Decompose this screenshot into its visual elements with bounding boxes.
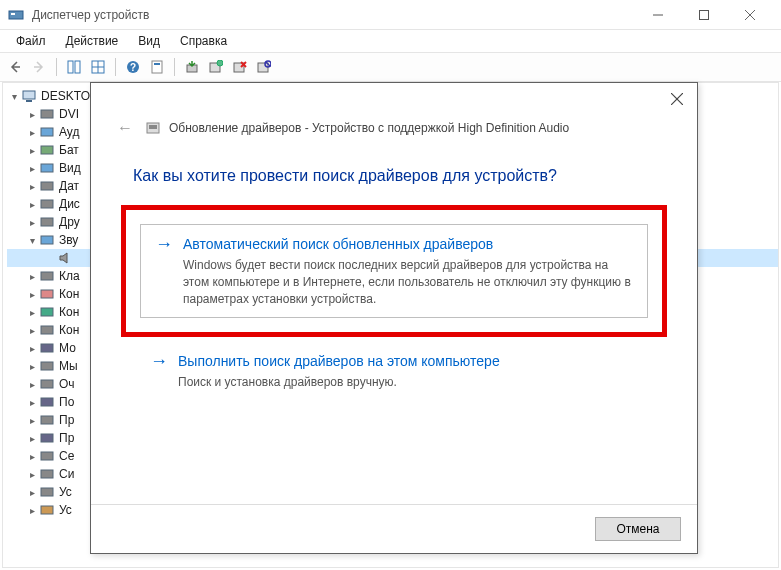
chevron-down-icon[interactable]: ▾	[7, 89, 21, 103]
option-auto-search[interactable]: → Автоматический поиск обновленных драйв…	[121, 205, 667, 337]
svg-rect-51	[149, 125, 157, 129]
chevron-right-icon[interactable]: ▸	[25, 449, 39, 463]
svg-rect-14	[154, 63, 160, 65]
svg-rect-1	[11, 13, 15, 15]
category-icon	[39, 484, 55, 500]
chevron-right-icon[interactable]: ▸	[25, 503, 39, 517]
svg-rect-29	[41, 164, 53, 172]
svg-rect-6	[68, 61, 73, 73]
category-icon	[39, 430, 55, 446]
scan-hardware-button[interactable]	[205, 56, 227, 78]
chevron-right-icon[interactable]: ▸	[25, 269, 39, 283]
category-icon	[39, 358, 55, 374]
svg-rect-30	[41, 182, 53, 190]
tree-item-label: Пр	[59, 413, 74, 427]
menu-view[interactable]: Вид	[128, 32, 170, 50]
chevron-right-icon[interactable]: ▸	[25, 377, 39, 391]
chevron-right-icon[interactable]: ▸	[25, 413, 39, 427]
minimize-button[interactable]	[635, 0, 681, 30]
device-icon	[145, 120, 161, 136]
disable-device-button[interactable]	[253, 56, 275, 78]
tree-item-label: Ус	[59, 485, 72, 499]
category-icon	[39, 124, 55, 140]
option-browse-computer[interactable]: → Выполнить поиск драйверов на этом комп…	[121, 343, 667, 400]
update-driver-button[interactable]	[181, 56, 203, 78]
chevron-right-icon[interactable]: ▸	[25, 341, 39, 355]
chevron-down-icon[interactable]: ▾	[25, 233, 39, 247]
svg-rect-34	[41, 272, 53, 280]
menu-action[interactable]: Действие	[56, 32, 129, 50]
maximize-button[interactable]	[681, 0, 727, 30]
show-hide-tree-button[interactable]	[63, 56, 85, 78]
svg-rect-39	[41, 362, 53, 370]
chevron-right-icon[interactable]: ▸	[25, 431, 39, 445]
nav-back-button[interactable]	[4, 56, 26, 78]
chevron-right-icon[interactable]: ▸	[25, 287, 39, 301]
dialog-close-button[interactable]	[665, 87, 689, 111]
chevron-right-icon[interactable]: ▸	[25, 179, 39, 193]
chevron-right-icon[interactable]: ▸	[25, 305, 39, 319]
menubar: Файл Действие Вид Справка	[0, 30, 781, 52]
svg-rect-40	[41, 380, 53, 388]
window-title: Диспетчер устройств	[32, 8, 149, 22]
tree-item-label: Кла	[59, 269, 80, 283]
chevron-right-icon[interactable]: ▸	[25, 197, 39, 211]
properties-button[interactable]	[146, 56, 168, 78]
svg-rect-38	[41, 344, 53, 352]
category-icon	[39, 448, 55, 464]
category-icon	[39, 232, 55, 248]
svg-point-17	[217, 60, 223, 66]
chevron-right-icon[interactable]: ▸	[25, 143, 39, 157]
category-icon	[39, 304, 55, 320]
category-icon	[39, 196, 55, 212]
option-auto-desc: Windows будет вести поиск последних верс…	[183, 257, 633, 307]
toolbar: ?	[0, 52, 781, 82]
tree-item-label: Ус	[59, 503, 72, 517]
help-button[interactable]: ?	[122, 56, 144, 78]
svg-rect-42	[41, 416, 53, 424]
tree-item-label: Бат	[59, 143, 79, 157]
svg-rect-24	[23, 91, 35, 99]
svg-rect-44	[41, 452, 53, 460]
close-button[interactable]	[727, 0, 773, 30]
svg-rect-41	[41, 398, 53, 406]
chevron-right-icon[interactable]: ▸	[25, 215, 39, 229]
svg-rect-45	[41, 470, 53, 478]
chevron-right-icon[interactable]: ▸	[25, 161, 39, 175]
chevron-right-icon[interactable]: ▸	[25, 107, 39, 121]
category-icon	[39, 142, 55, 158]
tree-item-label: Мы	[59, 359, 78, 373]
tree-item-label: Пр	[59, 431, 74, 445]
cancel-button[interactable]: Отмена	[595, 517, 681, 541]
tree-item-label: Вид	[59, 161, 81, 175]
menu-file[interactable]: Файл	[6, 32, 56, 50]
app-icon	[8, 7, 24, 23]
audio-device-icon	[57, 250, 73, 266]
chevron-right-icon[interactable]: ▸	[25, 485, 39, 499]
dialog-back-button[interactable]: ←	[117, 119, 133, 137]
svg-rect-37	[41, 326, 53, 334]
chevron-right-icon[interactable]: ▸	[25, 359, 39, 373]
tree-item-label: Ауд	[59, 125, 79, 139]
chevron-right-icon[interactable]: ▸	[25, 467, 39, 481]
dialog-question: Как вы хотите провести поиск драйверов д…	[91, 145, 697, 195]
uninstall-device-button[interactable]	[229, 56, 251, 78]
category-icon	[39, 160, 55, 176]
svg-rect-13	[152, 61, 162, 73]
chevron-right-icon[interactable]: ▸	[25, 323, 39, 337]
svg-rect-43	[41, 434, 53, 442]
tree-item-label: Дис	[59, 197, 80, 211]
menu-help[interactable]: Справка	[170, 32, 237, 50]
toolbar-grid-button[interactable]	[87, 56, 109, 78]
chevron-right-icon[interactable]: ▸	[25, 395, 39, 409]
category-icon	[39, 178, 55, 194]
tree-item-label: Оч	[59, 377, 75, 391]
svg-rect-7	[75, 61, 80, 73]
svg-rect-32	[41, 218, 53, 226]
tree-item-label: По	[59, 395, 74, 409]
category-icon	[39, 268, 55, 284]
nav-forward-button[interactable]	[28, 56, 50, 78]
chevron-right-icon[interactable]: ▸	[25, 125, 39, 139]
category-icon	[39, 106, 55, 122]
svg-rect-35	[41, 290, 53, 298]
